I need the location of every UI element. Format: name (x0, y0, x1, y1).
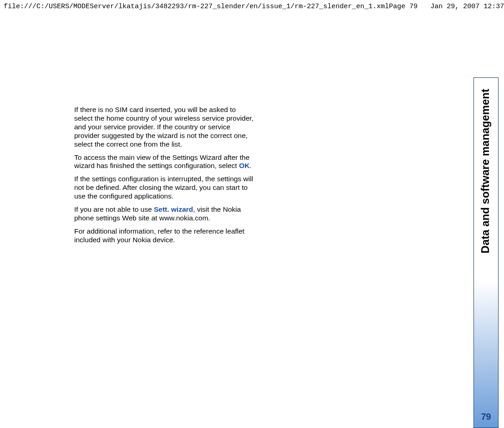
paragraph: If there is no SIM card inserted, you wi… (74, 106, 254, 149)
paragraph: To access the main view of the Settings … (74, 153, 254, 171)
paragraph: If the settings configuration is interru… (74, 175, 254, 201)
header-right-group: Page 79 Jan 29, 2007 12:37:36 PM (389, 3, 504, 10)
paragraph: For additional information, refer to the… (74, 227, 254, 245)
ok-reference: OK (239, 162, 249, 169)
section-title: Data and software management (479, 89, 492, 253)
body-text-column: If there is no SIM card inserted, you wi… (74, 106, 254, 249)
sett-wizard-reference: Sett. wizard (154, 205, 193, 213)
text-run: To access the main view of the Settings … (74, 153, 249, 170)
section-sidebar: Data and software management 79 (473, 77, 499, 428)
header-timestamp: Jan 29, 2007 12:37:36 PM (430, 3, 504, 10)
text-run: If you are not able to use (74, 205, 154, 213)
print-header: file:///C:/USERS/MODEServer/lkatajis/348… (0, 3, 504, 10)
header-page-label: Page 79 (389, 3, 417, 10)
page-number: 79 (474, 412, 498, 422)
text-run: . (249, 162, 251, 169)
header-filepath: file:///C:/USERS/MODEServer/lkatajis/348… (4, 3, 389, 10)
paragraph: If you are not able to use Sett. wizard,… (74, 205, 254, 223)
document-page: If there is no SIM card inserted, you wi… (0, 15, 504, 428)
